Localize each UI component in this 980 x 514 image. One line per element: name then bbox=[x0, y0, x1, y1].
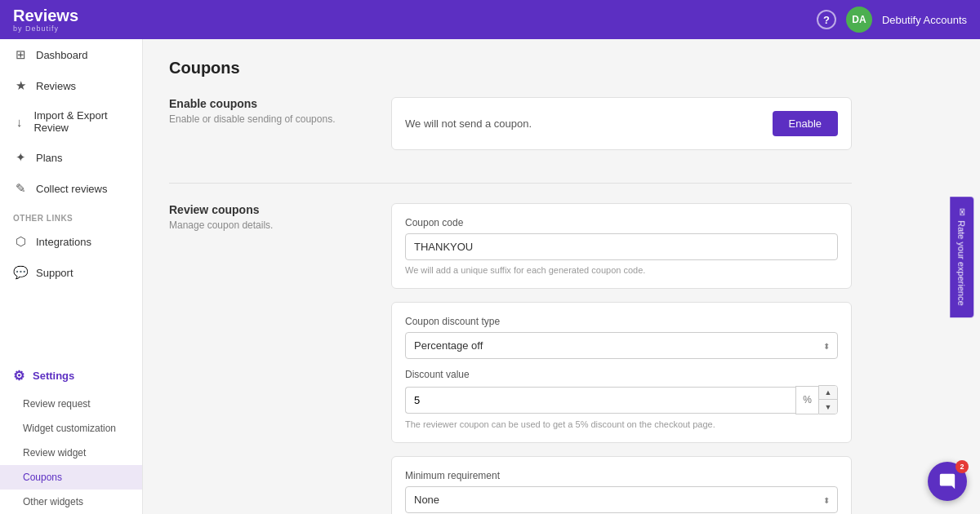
collect-icon: ✎ bbox=[13, 181, 28, 196]
min-requirement-card: Minimum requirement None Minimum purchas… bbox=[391, 456, 852, 514]
sidebar-sub-coupons[interactable]: Coupons bbox=[0, 465, 142, 490]
discount-value-input[interactable] bbox=[405, 387, 795, 414]
top-nav-right: ? DA Debutify Accounts bbox=[817, 7, 967, 33]
logo-title: Reviews bbox=[13, 7, 78, 24]
settings-label: Settings bbox=[33, 370, 74, 382]
account-name: Debutify Accounts bbox=[882, 14, 967, 26]
plans-icon: ✦ bbox=[13, 150, 28, 165]
sidebar-item-collect-reviews[interactable]: ✎ Collect reviews bbox=[0, 173, 142, 204]
sidebar-sub-other-widgets[interactable]: Other widgets bbox=[0, 490, 142, 514]
enable-coupons-content: We will not send a coupon. Enable bbox=[391, 97, 852, 163]
discount-decrement-button[interactable]: ▼ bbox=[819, 400, 837, 414]
min-req-label: Minimum requirement bbox=[405, 470, 838, 481]
enable-coupons-label: Enable coupons Enable or disable sending… bbox=[169, 97, 365, 163]
enable-coupons-section: Enable coupons Enable or disable sending… bbox=[169, 97, 852, 163]
discount-type-select[interactable]: Percentage off Fixed amount off Free shi… bbox=[405, 332, 838, 359]
section-divider bbox=[169, 183, 852, 184]
enable-coupons-heading: Enable coupons bbox=[169, 97, 365, 110]
enable-row: We will not send a coupon. Enable bbox=[405, 111, 838, 136]
other-links-label: OTHER LINKS bbox=[0, 204, 142, 226]
coupon-code-input[interactable] bbox=[405, 233, 838, 260]
review-coupons-description: Manage coupon details. bbox=[169, 219, 365, 231]
main-content: Coupons Enable coupons Enable or disable… bbox=[143, 39, 980, 514]
discount-type-card: Coupon discount type Percentage off Fixe… bbox=[391, 302, 852, 443]
rate-tab-label: Rate your experience bbox=[957, 220, 967, 306]
page-title: Coupons bbox=[169, 59, 852, 78]
rate-experience-tab[interactable]: ✉ Rate your experience bbox=[951, 197, 974, 317]
chat-icon bbox=[938, 472, 956, 490]
review-coupons-heading: Review coupons bbox=[169, 203, 365, 216]
sidebar-item-label: Reviews bbox=[36, 80, 76, 92]
discount-value-row: % ▲ ▼ bbox=[405, 385, 838, 414]
settings-gear-icon: ⚙ bbox=[13, 368, 24, 383]
sidebar-item-label: Plans bbox=[36, 152, 63, 164]
enable-button[interactable]: Enable bbox=[773, 111, 838, 136]
sidebar-item-label: Collect reviews bbox=[36, 183, 107, 195]
discount-hint: The reviewer coupon can be used to get a… bbox=[405, 419, 838, 429]
enable-coupons-card: We will not send a coupon. Enable bbox=[391, 97, 852, 150]
reviews-icon: ★ bbox=[13, 78, 28, 93]
logo-subtitle: by Debutify bbox=[13, 24, 78, 33]
min-req-select-wrap: None Minimum purchase amount Minimum qua… bbox=[405, 486, 838, 513]
dashboard-icon: ⊞ bbox=[13, 47, 28, 62]
sidebar-sub-review-request[interactable]: Review request bbox=[0, 392, 142, 416]
avatar: DA bbox=[846, 7, 872, 33]
app-logo: Reviews by Debutify bbox=[13, 7, 78, 33]
sidebar: ⊞ Dashboard ★ Reviews ↓ Import & Export … bbox=[0, 39, 143, 514]
enable-coupons-description: Enable or disable sending of coupons. bbox=[169, 113, 365, 125]
sidebar-item-plans[interactable]: ✦ Plans bbox=[0, 142, 142, 173]
discount-stepper: ▲ ▼ bbox=[818, 385, 838, 414]
sidebar-item-label: Integrations bbox=[36, 236, 91, 248]
discount-increment-button[interactable]: ▲ bbox=[819, 386, 837, 400]
settings-header[interactable]: ⚙ Settings bbox=[0, 360, 142, 392]
top-nav: Reviews by Debutify ? DA Debutify Accoun… bbox=[0, 0, 980, 39]
review-coupons-section: Review coupons Manage coupon details. Co… bbox=[169, 203, 852, 514]
discount-type-select-wrap: Percentage off Fixed amount off Free shi… bbox=[405, 332, 838, 359]
sidebar-item-label: Import & Export Review bbox=[33, 109, 129, 134]
integrations-icon: ⬡ bbox=[13, 234, 28, 249]
sidebar-sub-review-widget[interactable]: Review widget bbox=[0, 441, 142, 465]
sidebar-item-label: Support bbox=[36, 267, 74, 279]
sidebar-item-dashboard[interactable]: ⊞ Dashboard bbox=[0, 39, 142, 70]
rate-tab-icon: ✉ bbox=[957, 208, 968, 215]
enable-status-text: We will not send a coupon. bbox=[405, 117, 532, 130]
discount-unit: % bbox=[795, 386, 818, 414]
coupon-code-card: Coupon code We will add a unique suffix … bbox=[391, 203, 852, 289]
sidebar-sub-widget-customization[interactable]: Widget customization bbox=[0, 416, 142, 441]
chat-badge: 2 bbox=[956, 460, 969, 473]
sidebar-item-label: Dashboard bbox=[36, 49, 88, 61]
import-export-icon: ↓ bbox=[13, 115, 25, 129]
help-button[interactable]: ? bbox=[817, 10, 836, 29]
coupon-code-label: Coupon code bbox=[405, 217, 838, 228]
coupon-code-hint: We will add a unique suffix for each gen… bbox=[405, 265, 838, 275]
review-coupons-label: Review coupons Manage coupon details. bbox=[169, 203, 365, 514]
chat-button[interactable]: 2 bbox=[928, 462, 967, 501]
min-req-select[interactable]: None Minimum purchase amount Minimum qua… bbox=[405, 486, 838, 513]
sidebar-item-reviews[interactable]: ★ Reviews bbox=[0, 70, 142, 101]
discount-type-label: Coupon discount type bbox=[405, 316, 838, 327]
review-coupons-content: Coupon code We will add a unique suffix … bbox=[391, 203, 852, 514]
sidebar-item-integrations[interactable]: ⬡ Integrations bbox=[0, 226, 142, 257]
sidebar-item-support[interactable]: 💬 Support bbox=[0, 257, 142, 288]
support-icon: 💬 bbox=[13, 265, 28, 280]
sidebar-item-import-export[interactable]: ↓ Import & Export Review bbox=[0, 101, 142, 142]
discount-value-label: Discount value bbox=[405, 369, 838, 380]
